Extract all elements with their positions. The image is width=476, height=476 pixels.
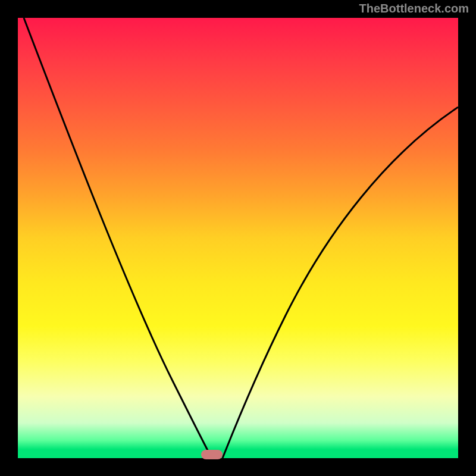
watermark-text: TheBottleneck.com bbox=[359, 2, 469, 14]
curve-overlay bbox=[18, 18, 458, 458]
right-curve bbox=[223, 107, 458, 458]
image-frame: TheBottleneck.com bbox=[0, 0, 476, 476]
bottleneck-marker bbox=[201, 450, 223, 459]
left-curve bbox=[24, 18, 212, 458]
